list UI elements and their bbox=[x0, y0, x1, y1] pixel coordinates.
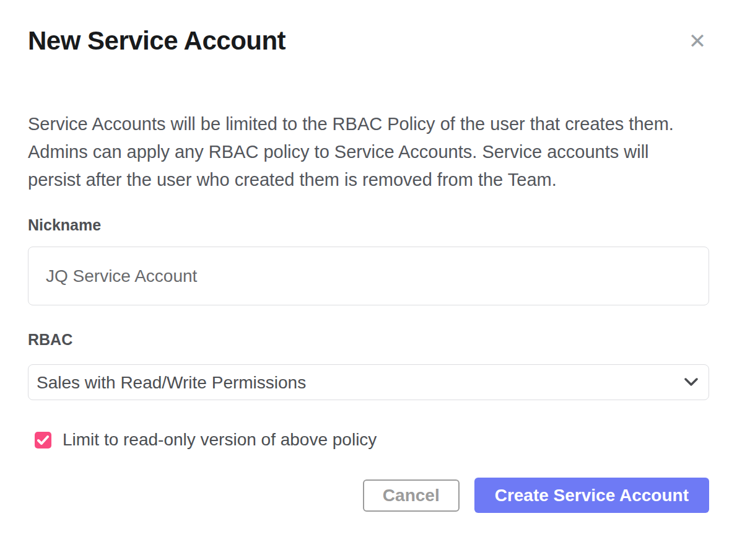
close-icon[interactable]: ✕ bbox=[685, 28, 710, 53]
rbac-select[interactable]: Sales with Read/Write Permissions bbox=[28, 364, 709, 400]
new-service-account-modal: New Service Account ✕ Service Accounts w… bbox=[0, 0, 737, 560]
cancel-button[interactable]: Cancel bbox=[363, 479, 460, 512]
checkbox-checked-icon[interactable] bbox=[35, 432, 51, 448]
read-only-checkbox-label: Limit to read-only version of above poli… bbox=[63, 430, 377, 450]
create-service-account-button[interactable]: Create Service Account bbox=[474, 478, 709, 513]
rbac-select-wrap: Sales with Read/Write Permissions bbox=[28, 364, 709, 400]
modal-description: Service Accounts will be limited to the … bbox=[28, 110, 700, 194]
modal-actions: Cancel Create Service Account bbox=[28, 478, 709, 513]
modal-title: New Service Account bbox=[28, 0, 709, 56]
read-only-checkbox-row[interactable]: Limit to read-only version of above poli… bbox=[35, 430, 377, 450]
nickname-input[interactable] bbox=[28, 247, 709, 305]
rbac-label: RBAC bbox=[28, 331, 709, 348]
nickname-label: Nickname bbox=[28, 216, 709, 234]
